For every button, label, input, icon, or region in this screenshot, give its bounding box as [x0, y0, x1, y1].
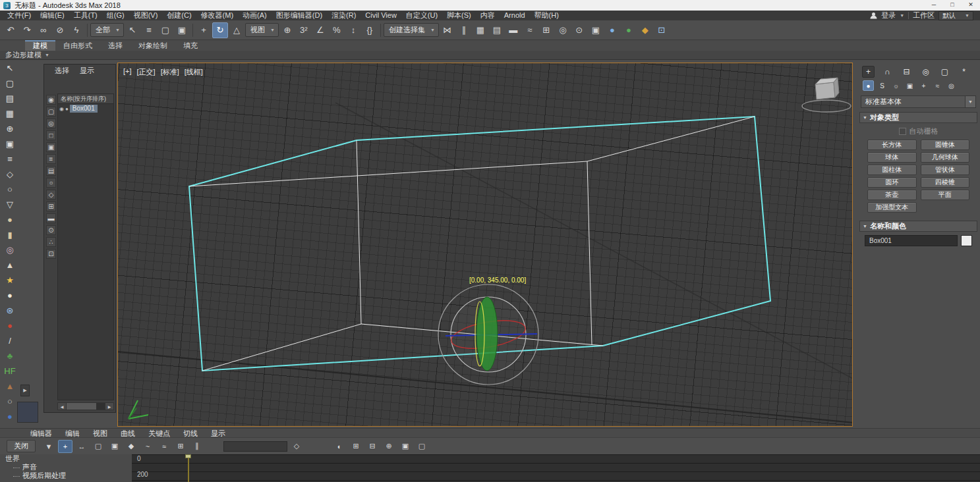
scroll-right-icon[interactable]: ▶ [105, 402, 114, 410]
systems-subtab[interactable]: ◎ [946, 80, 957, 91]
select-and-link-icon[interactable]: ∞ [36, 22, 51, 38]
name-column-header[interactable]: 名称(按升序排序) [58, 94, 113, 104]
se-display-icon[interactable]: ▢ [46, 107, 56, 117]
reference-coordinate-dropdown[interactable]: 视图 ▼ [245, 23, 279, 37]
blue-ball-tool-icon[interactable]: ● [3, 410, 17, 423]
panel-expand-button[interactable]: ▶ [20, 385, 30, 396]
se-geometry-icon[interactable]: ○ [46, 178, 56, 188]
menu-item[interactable]: 脚本(S) [442, 11, 476, 20]
menu-item[interactable]: 内容 [476, 11, 500, 20]
track-tree-item[interactable]: 视频后期处理 [0, 471, 132, 480]
tube-button[interactable]: 管状体 [921, 165, 970, 175]
curve-editor-menu-item[interactable]: 编辑 [59, 429, 86, 438]
sphere-button[interactable]: 球体 [867, 152, 917, 163]
modify-tab[interactable]: ∩ [881, 66, 894, 78]
gizmo-y-ring[interactable] [476, 297, 498, 371]
mirror-icon[interactable]: ⋈ [440, 22, 455, 38]
viewport[interactable]: [+][正交][标准][线框] [0.00, 345.00, 0.00] [117, 63, 853, 427]
cameras-subtab[interactable]: ▣ [904, 80, 915, 91]
zoom-icon[interactable]: ⊕ [382, 440, 396, 453]
scale-keys-icon[interactable]: ▢ [91, 440, 105, 453]
list-tool-icon[interactable]: ≡ [3, 152, 17, 166]
primitive-category-dropdown[interactable]: 标准基本体 ▼ [861, 95, 976, 108]
cone-button[interactable]: 圆锥体 [921, 140, 970, 150]
plane-button[interactable]: 平面 [921, 190, 970, 200]
scale-values-icon[interactable]: ▣ [107, 440, 122, 453]
undo-icon[interactable]: ↶ [3, 22, 18, 38]
menu-item[interactable]: Civil View [360, 11, 401, 20]
filter-curves-icon[interactable]: ▼ [42, 440, 56, 453]
teapot-primitive-icon[interactable]: ◎ [3, 243, 17, 257]
light-tool-icon[interactable]: ★ [3, 273, 17, 287]
select-object-icon[interactable]: ↖ [125, 22, 140, 38]
geometry-subtab[interactable]: ● [863, 80, 874, 91]
percent-snap-icon[interactable]: % [329, 22, 345, 38]
visibility-icon[interactable]: ◉ [59, 106, 64, 112]
track-tree-item[interactable]: 声音 [0, 463, 132, 471]
render-setup-icon[interactable]: ⊙ [571, 22, 587, 38]
viewport-label-segment[interactable]: [正交] [137, 67, 156, 77]
pan-hand-icon[interactable]: ◐ [332, 440, 347, 453]
cylinder-button[interactable]: 圆柱体 [867, 165, 917, 175]
viewcube[interactable] [802, 78, 851, 112]
terrain-tool-icon[interactable]: ▲ [3, 379, 17, 393]
menu-item[interactable]: 视图(V) [129, 11, 163, 20]
close-button[interactable]: ✕ [962, 0, 980, 11]
signin-caret-icon[interactable]: ▼ [900, 13, 904, 18]
se-filter-icon[interactable]: ≡ [46, 154, 56, 164]
reduce-keys-icon[interactable]: ≈ [157, 440, 171, 453]
ribbon-toggle-icon[interactable]: ▬ [505, 22, 521, 38]
schematic-view-icon[interactable]: ⊞ [538, 22, 554, 38]
curve-graph-area[interactable]: 0 200 [132, 454, 980, 482]
viewport-layout-icon[interactable] [17, 402, 38, 423]
material-editor-icon[interactable]: ◎ [555, 22, 571, 38]
viewport-label-segment[interactable]: [线框] [185, 67, 203, 77]
sphere-tool-icon[interactable]: ● [3, 288, 17, 302]
select-tool-icon[interactable]: ↖ [3, 61, 17, 75]
motion-tab[interactable]: ◎ [919, 66, 932, 78]
menu-item[interactable]: 修改器(M) [196, 11, 239, 20]
particles-tool-icon[interactable]: ⊛ [3, 304, 17, 317]
spacewarps-subtab[interactable]: ≈ [932, 80, 943, 91]
object-type-rollout-header[interactable]: ▼ 对象类型 [859, 112, 977, 123]
time-cursor-handle[interactable] [185, 454, 191, 458]
pyramid-button[interactable]: 四棱锥 [921, 177, 970, 188]
textplus-button[interactable]: 加强型文本 [867, 202, 917, 213]
geosphere-button[interactable]: 几何球体 [921, 152, 970, 163]
se-bone-icon[interactable]: ∴ [46, 237, 56, 247]
spinner-snap-icon[interactable]: ↕ [345, 22, 361, 38]
close-curve-editor-button[interactable]: 关闭 [7, 440, 36, 452]
cylinder-primitive-icon[interactable]: ▮ [3, 228, 17, 242]
name-color-rollout-header[interactable]: ▼ 名称和颜色 [859, 221, 977, 232]
viewport-label-segment[interactable]: [标准] [161, 67, 179, 77]
viewport-label-segment[interactable]: [+] [123, 67, 132, 77]
selection-filter-dropdown[interactable]: 全部 ▼ [90, 23, 124, 37]
box-button[interactable]: 长方体 [867, 140, 917, 150]
layers-tool-icon[interactable]: ▣ [3, 137, 17, 151]
create-tab[interactable]: + [862, 66, 875, 78]
se-list-icon[interactable]: ▤ [46, 166, 56, 176]
object-color-swatch[interactable] [961, 235, 972, 246]
object-name-field[interactable]: Box001 [865, 235, 958, 246]
menu-item[interactable]: 帮助(H) [530, 11, 563, 20]
region-keys-icon[interactable]: ⊞ [173, 440, 188, 453]
curve-editor-icon[interactable]: ≈ [522, 22, 538, 38]
select-and-move-icon[interactable]: + [196, 22, 212, 38]
select-by-name-icon[interactable]: ≡ [141, 22, 157, 38]
open-container-icon[interactable]: ⊡ [654, 22, 670, 38]
helpers-subtab[interactable]: + [918, 80, 929, 91]
menu-item[interactable]: 渲染(R) [327, 11, 360, 20]
teapot-button[interactable]: 茶壶 [867, 190, 917, 200]
cone-outline-tool-icon[interactable]: ▽ [3, 198, 17, 211]
workspace-dropdown[interactable]: 默认 ▼ [938, 11, 973, 20]
se-light-icon[interactable]: ⊞ [46, 201, 56, 211]
frame-value-extents-icon[interactable]: ⊟ [365, 440, 380, 453]
edit-named-sets-icon[interactable]: {} [362, 22, 378, 38]
curve-editor-menu-item[interactable]: 视图 [86, 429, 114, 438]
rendered-frame-icon[interactable]: ▣ [588, 22, 604, 38]
grid-tool-icon[interactable]: ▦ [3, 107, 17, 120]
key-value-input[interactable] [223, 441, 287, 452]
curve-editor-menu-item[interactable]: 曲线 [114, 429, 142, 438]
move-keys-icon[interactable]: + [58, 440, 72, 453]
ribbon-tab[interactable]: 选择 [100, 40, 130, 51]
